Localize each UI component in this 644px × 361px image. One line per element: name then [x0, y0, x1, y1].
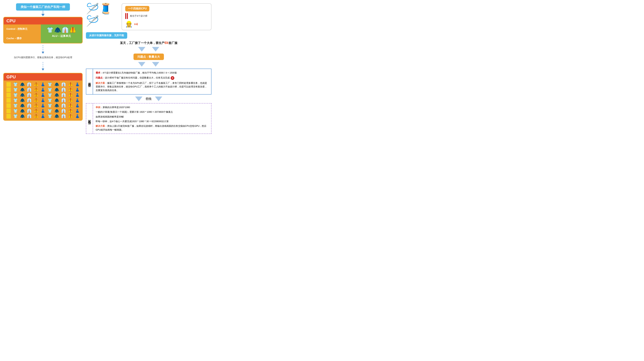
gpu-cell: 👕	[47, 82, 53, 87]
gpu-clothing-icon: 👔	[61, 82, 66, 87]
gpu-clothing-icon: 👕	[13, 98, 18, 103]
gpu-cell: 👔	[60, 103, 67, 108]
gpu-cell: 👕	[47, 88, 53, 92]
gpu-clothing-icon: 🧥	[20, 104, 24, 108]
shirt-icon: 👕	[47, 27, 53, 33]
gpu-cell: 🦺	[68, 82, 74, 87]
gpu-clothing-icon: 👕	[48, 98, 52, 103]
gpu-cell: 🧥	[19, 88, 26, 92]
cpu-right: 👕 🧥 👔 🦺 ALU – 运算单元	[41, 25, 82, 43]
gpu-cell: 🧥	[54, 114, 60, 119]
gpu-clothing-icon: 👗	[41, 82, 45, 87]
computer-item-2: 如果游戏画面的帧率是30帧	[96, 115, 208, 119]
gpu-clothing-icon: 🧥	[54, 98, 59, 103]
gpu-clothing-icon: 👗	[75, 82, 80, 87]
gpu-clothing-icon: 👕	[13, 82, 18, 87]
error-icon: ✕	[171, 76, 174, 80]
gpu-clothing-icon: 🦺	[34, 109, 38, 113]
item-value: 如果游戏画面的帧率是30帧	[96, 115, 124, 118]
top-bubble: 类似一个服装工厂的生产车间一样	[16, 3, 70, 11]
gpu-cell: 👔	[60, 98, 67, 103]
gpu-clothing-icon: 🦺	[68, 82, 73, 87]
item-key: 需求	[96, 71, 100, 74]
right-col: 🪡🧵🪡 一个四核的CPU 相当于4个设计师 👷	[86, 3, 212, 134]
gpu-clothing-icon: 🧥	[54, 88, 59, 92]
gpu-clothing-icon: 🦺	[34, 82, 38, 87]
gpu-clothing-icon: 👕	[13, 93, 18, 97]
gpu-clothing-icon: 🧥	[54, 114, 59, 118]
equiv-text: 相当于4个设计师	[130, 15, 147, 18]
computer-item-4: 解决方案：类似上面1天做完6k套厂服，如果在玩游戏时，将输出游戏画面的任务交级由…	[96, 124, 208, 132]
clothing-industry-panel: 服装行业 需求：4个设计师需要在1天内做好6k套厂服，相当于平均每人6000 /…	[86, 69, 212, 95]
gpu-clothing-icon: 🧥	[54, 109, 59, 113]
gpu-clothing-icon: 👕	[48, 114, 52, 118]
problem-wrapper: 问题点：数量太大	[86, 54, 212, 60]
gpu-clothing-icon: 👔	[61, 93, 66, 97]
item-value: ：服装工厂单独增加一个名为GPU的工厂，招了上千名服装工厂，来专门同时处理多重任…	[96, 82, 207, 92]
gpu-clothing-icon: 🧥	[20, 82, 24, 87]
gpu-clothing-icon: 👔	[61, 114, 66, 118]
gpu-cell: 👔	[26, 93, 32, 97]
gpu-cell: 👕	[47, 98, 53, 103]
hollow-arrow-1	[138, 47, 146, 52]
gpu-cell: 👔	[60, 93, 67, 97]
gpu-cell: 👗	[40, 109, 46, 113]
gpu-clothing-icon: 👔	[61, 104, 66, 108]
item-key: 举例	[96, 106, 100, 109]
gpu-cell: 👗	[40, 98, 46, 103]
gpu-cell: 👕	[12, 88, 19, 92]
gpu-clothing-icon: 👕	[48, 93, 52, 97]
derive-arrow-2	[155, 97, 162, 101]
cpu-left: Control - 控制单元 Cache – 缓存	[4, 25, 41, 43]
dashed-arrow-text-to-gpu	[42, 62, 44, 71]
designer-bar-2	[127, 13, 128, 19]
gpu-clothing-icon: 👕	[13, 88, 18, 92]
alu-icons: 👕 🧥 👔 🦺	[47, 27, 76, 33]
gpu-cell: 🦺	[33, 98, 39, 103]
gpu-clothing-icon: 👔	[61, 88, 66, 92]
sewing-machine-icon: 🪡🧵🪡	[86, 3, 119, 27]
gpu-cell	[6, 82, 12, 87]
gpu-cell: 👗	[74, 103, 80, 108]
gpu-cell: 👔	[26, 109, 32, 113]
cpu-control-label: Control - 控制单元	[6, 28, 38, 31]
gpu-cell: 🦺	[68, 109, 74, 113]
gpu-cell: 🦺	[68, 98, 74, 103]
gpu-bar	[6, 109, 11, 113]
designer-bars	[125, 13, 128, 19]
gpu-clothing-icon: 👕	[48, 109, 52, 113]
gpu-cell: 🧥	[19, 82, 26, 87]
gpu-bar	[6, 114, 11, 119]
gpu-cell: 🧥	[19, 103, 26, 108]
computer-industry-content: 举例：屏幕的分辨率是1920*1080一帧的计算量(每显示一个画面)，需要计算 …	[93, 104, 211, 134]
gpu-cell: 👕	[12, 82, 19, 87]
gpu-bar	[6, 103, 11, 108]
gpu-cell: 👕	[47, 103, 53, 108]
gpu-cell: 👗	[40, 103, 46, 108]
derive-arrow-1	[135, 97, 142, 101]
gpu-clothing-icon: 👕	[48, 88, 52, 92]
down-arrows-row	[86, 47, 212, 52]
gpu-cell: 🧥	[19, 109, 26, 113]
worker-icon: 👷	[125, 21, 133, 28]
gpu-cell: 🧥	[19, 93, 26, 97]
gpu-cell: 👗	[40, 82, 46, 87]
gpu-cell: 👗	[74, 109, 80, 113]
clothing-item-0: 需求：4个设计师需要在1天内做好6k套厂服，相当于平均每人6000 / 4 = …	[96, 71, 208, 75]
item-key: 问题点	[96, 76, 102, 79]
gpu-bar	[6, 98, 11, 103]
gpu-clothing-icon: 👗	[75, 114, 80, 118]
gpu-clothing-icon: 🦺	[34, 88, 38, 92]
gpu-cell: 👔	[26, 98, 32, 103]
gpu-cell	[6, 98, 12, 103]
gpu-cell: 👔	[26, 103, 32, 108]
times-4-text: ×4	[134, 22, 138, 26]
alu-label: ALU – 运算单元	[52, 34, 71, 38]
gpu-clothing-icon: 🦺	[68, 93, 73, 97]
blue-bubble-wrapper: 从设计衣服到做衣服，无所不能	[86, 32, 212, 39]
gpu-cell: 🧥	[54, 82, 60, 87]
gpu-cell: 🧥	[54, 88, 60, 92]
gpu-clothing-icon: 🦺	[34, 114, 38, 118]
one-cpu-badge-wrapper: 一个四核的CPU	[125, 6, 208, 12]
gpu-cell: 👔	[26, 88, 32, 92]
